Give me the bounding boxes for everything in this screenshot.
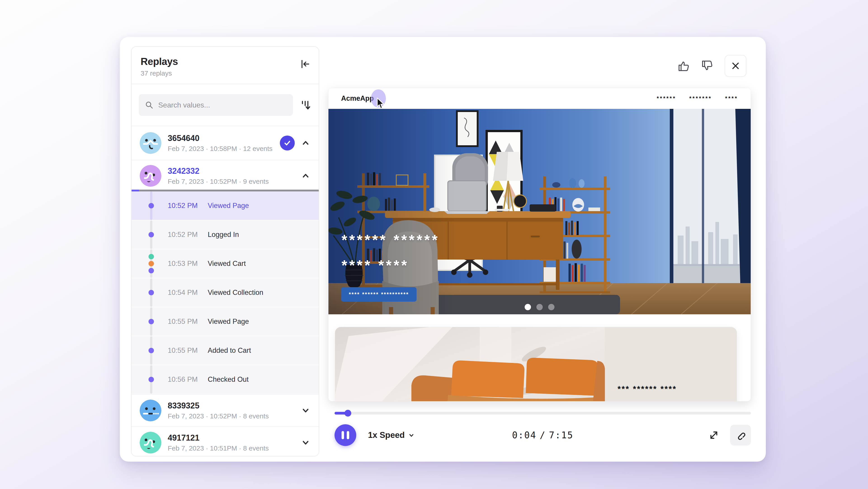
event-dot: [147, 348, 156, 353]
event-time: 10:53 PM: [168, 260, 198, 268]
event-time: 10:52 PM: [168, 231, 198, 239]
page-background: Replays 37 replays: [0, 0, 868, 489]
current-time: 0:04: [512, 430, 536, 440]
masked-hero-cta-button[interactable]: **** ****** **********: [341, 287, 416, 301]
carousel-dots: [329, 304, 751, 310]
event-name: Viewed Page: [208, 317, 249, 326]
masked-nav-link: *******: [689, 95, 712, 102]
replay-viewport: AcmeApp ****** ******* ****: [328, 88, 751, 401]
event-time: 10:54 PM: [168, 289, 198, 297]
copy-link-button[interactable]: [730, 425, 751, 445]
session-id-active: 3242332: [168, 166, 301, 176]
search-box[interactable]: [139, 94, 293, 116]
event-time: 10:52 PM: [168, 202, 198, 210]
replay-count: 37 replays: [141, 69, 310, 77]
event-row-viewed-cart[interactable]: 10:53 PM Viewed Cart: [131, 249, 319, 278]
player-top-actions: [678, 55, 746, 77]
replayed-hero-section: ****** ****** **** **** **** ****** ****…: [329, 109, 751, 314]
event-name: Viewed Cart: [208, 260, 246, 268]
total-time: 7:15: [549, 430, 574, 440]
replays-sidebar: Replays 37 replays: [131, 47, 319, 456]
close-button[interactable]: [725, 55, 746, 77]
playback-controls: 1x Speed 0:04 / 7:15: [335, 423, 751, 448]
fullscreen-icon[interactable]: [708, 429, 720, 441]
thumbs-down-icon[interactable]: [701, 59, 714, 73]
masked-nav-link: ****: [725, 95, 738, 102]
session-texts: 3654640 Feb 7, 2023 · 10:58PM · 12 event…: [168, 134, 280, 152]
event-row-viewed-page[interactable]: 10:52 PM Viewed Page: [131, 192, 319, 221]
chevron-down-icon[interactable]: [301, 438, 311, 448]
session-row-3654640[interactable]: 3654640 Feb 7, 2023 · 10:58PM · 12 event…: [131, 126, 319, 160]
mouse-cursor-icon: [376, 97, 386, 109]
event-row-viewed-page-2[interactable]: 10:55 PM Viewed Page: [131, 307, 319, 336]
masked-hero-subheading: **** ****: [342, 258, 409, 273]
replayed-product-card: *** ****** ****: [335, 327, 737, 401]
session-id: 3654640: [168, 134, 280, 143]
event-name: Added to Cart: [208, 346, 251, 354]
pause-icon: [347, 431, 349, 439]
event-dot: [147, 232, 156, 237]
event-dot: [147, 290, 156, 295]
event-row-checked-out[interactable]: 10:56 PM Checked Out: [131, 365, 319, 394]
session-avatar: [140, 165, 161, 187]
close-icon: [732, 62, 740, 70]
speed-label: 1x Speed: [368, 430, 405, 440]
hero-room-image: [329, 109, 751, 314]
time-separator: /: [539, 430, 546, 440]
collapse-panel-icon[interactable]: [300, 59, 311, 69]
session-meta: Feb 7, 2023 · 10:52PM · 8 events: [168, 412, 301, 420]
search-input[interactable]: [158, 101, 287, 110]
session-row-8339325[interactable]: 8339325 Feb 7, 2023 · 10:52PM · 8 events: [131, 394, 319, 426]
carousel-dot-active[interactable]: [525, 304, 531, 310]
event-dot: [147, 377, 156, 382]
session-texts: 4917121 Feb 7, 2023 · 10:51PM · 8 events: [168, 433, 301, 452]
masked-nav-link: ******: [657, 95, 676, 102]
thumbs-up-icon[interactable]: [678, 59, 691, 73]
chevron-up-icon[interactable]: [301, 138, 311, 148]
session-row-3242332[interactable]: 3242332 Feb 7, 2023 · 10:52PM · 9 events: [131, 160, 319, 192]
session-avatar: [140, 400, 161, 421]
event-time: 10:55 PM: [168, 317, 198, 326]
link-icon: [735, 430, 746, 440]
product-photo: [335, 327, 605, 401]
event-row-added-to-cart[interactable]: 10:55 PM Added to Cart: [131, 336, 319, 365]
chevron-down-icon[interactable]: [301, 405, 311, 415]
product-info-panel: *** ****** ****: [605, 327, 737, 401]
seek-knob[interactable]: [344, 410, 351, 416]
page-title: Replays: [141, 56, 310, 67]
watched-check-icon: [280, 136, 295, 150]
sidebar-header: Replays 37 replays: [131, 47, 319, 84]
replayed-site-navbar: AcmeApp ****** ******* ****: [329, 88, 751, 109]
session-id: 4917121: [168, 433, 301, 442]
carousel-dot[interactable]: [548, 304, 555, 310]
session-meta: Feb 7, 2023 · 10:52PM · 9 events: [168, 178, 301, 185]
event-timeline-list: 10:52 PM Viewed Page 10:52 PM Logged In …: [131, 192, 319, 394]
session-texts: 3242332 Feb 7, 2023 · 10:52PM · 9 events: [168, 166, 301, 185]
event-time: 10:56 PM: [168, 375, 198, 383]
event-name: Checked Out: [208, 375, 249, 383]
playback-seek-bar[interactable]: [335, 412, 751, 414]
search-row: [131, 84, 319, 126]
event-name: Logged In: [208, 231, 239, 239]
speed-selector[interactable]: 1x Speed: [368, 430, 414, 440]
event-dot: [147, 203, 156, 208]
site-logo-text: AcmeApp: [341, 94, 374, 103]
event-name: Viewed Page: [208, 202, 249, 210]
session-avatar: [140, 132, 161, 154]
search-icon: [145, 101, 153, 109]
event-row-viewed-collection[interactable]: 10:54 PM Viewed Collection: [131, 278, 319, 307]
session-row-4917121[interactable]: 4917121 Feb 7, 2023 · 10:51PM · 8 events: [131, 426, 319, 456]
sort-icon[interactable]: [299, 99, 311, 111]
masked-nav-links: ****** ******* ****: [657, 95, 738, 102]
session-id: 8339325: [168, 401, 301, 410]
carousel-dot[interactable]: [536, 304, 543, 310]
event-row-logged-in[interactable]: 10:52 PM Logged In: [131, 221, 319, 249]
right-controls: [708, 425, 751, 445]
replay-modal: Replays 37 replays: [120, 37, 766, 462]
session-texts: 8339325 Feb 7, 2023 · 10:52PM · 8 events: [168, 401, 301, 420]
pause-button[interactable]: [335, 424, 356, 446]
event-dot: [147, 319, 156, 324]
chevron-up-icon[interactable]: [301, 171, 311, 181]
event-name: Viewed Collection: [208, 289, 264, 297]
chevron-down-icon: [408, 432, 414, 438]
